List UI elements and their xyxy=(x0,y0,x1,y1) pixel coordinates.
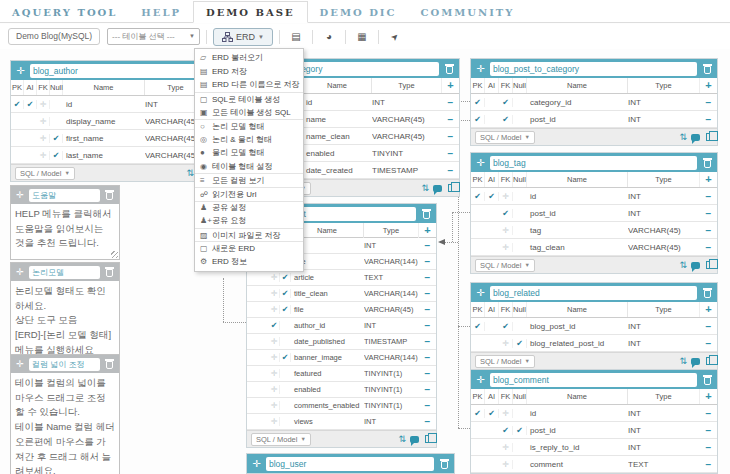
move-icon[interactable]: ✛ xyxy=(473,157,488,168)
fk-flag[interactable]: ✛ xyxy=(499,339,513,348)
menu-item[interactable]: ▢ SQL로 테이블 생성 xyxy=(195,92,303,106)
add-column-button[interactable]: + xyxy=(442,78,459,93)
save-icon[interactable]: ▤ xyxy=(286,28,306,46)
fk-flag[interactable]: ✔ xyxy=(499,115,513,124)
column-name[interactable]: title_clean xyxy=(291,289,364,298)
remove-column-button[interactable]: − xyxy=(419,320,436,331)
column-type[interactable]: VARCHAR(45) xyxy=(628,243,700,252)
remove-column-button[interactable]: − xyxy=(419,400,436,411)
column-type[interactable]: VARCHAR(45) xyxy=(372,115,442,124)
add-column-button[interactable]: + xyxy=(700,302,717,317)
move-icon[interactable]: ✛ xyxy=(473,63,488,74)
fk-flag[interactable]: ✛ xyxy=(499,460,513,469)
column-name[interactable]: comment xyxy=(527,460,628,469)
column-type[interactable]: VARCHAR(144) xyxy=(364,257,419,266)
column-name[interactable]: views xyxy=(291,417,364,426)
remove-column-button[interactable]: − xyxy=(700,408,717,419)
menu-item[interactable]: ♟+ 공유 요청 xyxy=(195,214,303,228)
erd-menu-button[interactable]: ERD ▼ xyxy=(213,28,273,46)
memo-title-input[interactable]: 논리모델 xyxy=(29,266,100,279)
move-icon[interactable]: ✛ xyxy=(13,190,27,200)
remove-column-button[interactable]: − xyxy=(442,131,459,142)
copy-table-icon[interactable] xyxy=(448,184,455,192)
fk-flag[interactable]: ✛ xyxy=(269,369,280,378)
column-type[interactable]: INT xyxy=(628,426,700,435)
column-type[interactable]: VARCHAR(45) xyxy=(364,305,419,314)
comment-icon[interactable] xyxy=(433,185,442,192)
sql-model-button[interactable]: SQL / Model▼ xyxy=(251,433,311,446)
trash-icon[interactable] xyxy=(102,359,117,369)
sort-icon[interactable]: ⇅ xyxy=(421,183,429,193)
remove-column-button[interactable]: − xyxy=(419,272,436,283)
column-name[interactable]: is_reply_to_id xyxy=(527,443,628,452)
trash-icon[interactable] xyxy=(102,267,117,277)
null-flag[interactable]: ✔ xyxy=(280,273,291,282)
menu-item[interactable]: ▤ ERD 다른 이름으로 저장 xyxy=(195,78,303,92)
column-type[interactable]: VARCHAR(144) xyxy=(364,289,419,298)
grid-view-icon[interactable]: ▦ xyxy=(352,28,372,46)
column-type[interactable]: VARCHAR(45) xyxy=(372,132,442,141)
column-name[interactable]: id xyxy=(63,100,145,109)
remove-column-button[interactable]: − xyxy=(419,368,436,379)
column-name[interactable]: first_name xyxy=(63,134,145,143)
fk-flag[interactable]: ✛ xyxy=(269,337,280,346)
column-type[interactable]: INT xyxy=(364,321,419,330)
fk-flag[interactable]: ✛ xyxy=(269,401,280,410)
fk-flag[interactable]: ✔ xyxy=(499,209,513,218)
column-name[interactable]: id xyxy=(527,409,628,418)
null-flag[interactable]: ✔ xyxy=(280,305,291,314)
null-flag[interactable]: ✔ xyxy=(513,339,527,348)
move-icon[interactable]: ✛ xyxy=(13,267,27,277)
menu-item[interactable]: ▱ ERD 불러오기 xyxy=(195,51,303,65)
column-type[interactable]: INT xyxy=(372,98,442,107)
column-name[interactable]: post_id xyxy=(527,209,628,218)
trash-icon[interactable] xyxy=(699,64,715,74)
column-name[interactable]: author_id xyxy=(291,321,364,330)
move-icon[interactable]: ✛ xyxy=(13,359,27,369)
column-name[interactable]: banner_image xyxy=(291,353,364,362)
menu-item[interactable]: ☍ 읽기전용 Url xyxy=(195,187,303,201)
ai-flag[interactable]: ✔ xyxy=(24,100,37,109)
fk-flag[interactable]: ✛ xyxy=(269,273,280,282)
remove-column-button[interactable]: − xyxy=(419,304,436,315)
sql-model-button[interactable]: SQL / Model▼ xyxy=(475,355,535,368)
ai-flag[interactable]: ✔ xyxy=(485,409,499,418)
memo-body[interactable]: HELP 메뉴를 클릭해서 도움말을 읽어보시는 것을 추천 드립니다. xyxy=(11,204,119,259)
menu-item[interactable]: ● 물리 모델 형태 xyxy=(195,146,303,160)
remove-column-button[interactable]: − xyxy=(442,114,459,125)
add-column-button[interactable]: + xyxy=(419,223,436,238)
comment-icon[interactable] xyxy=(410,436,419,443)
remove-column-button[interactable]: − xyxy=(700,321,717,332)
nav-brand[interactable]: AQUERY TOOL xyxy=(0,2,129,22)
column-type[interactable]: TINYINT(1) xyxy=(364,369,419,378)
copy-table-icon[interactable] xyxy=(706,133,713,141)
fk-flag[interactable]: ✛ xyxy=(499,443,513,452)
table-name-input[interactable]: blog_post_to_category xyxy=(490,62,697,76)
sort-icon[interactable]: ⇅ xyxy=(679,356,687,366)
add-column-button[interactable]: + xyxy=(700,389,717,404)
resize-handle[interactable] xyxy=(111,251,118,258)
nav-item-demo-base[interactable]: DEMO BASE xyxy=(193,1,308,23)
pk-flag[interactable]: ✔ xyxy=(471,192,485,201)
column-type[interactable]: INT xyxy=(628,115,700,124)
remove-column-button[interactable]: − xyxy=(442,148,459,159)
fk-flag[interactable]: ✛ xyxy=(269,385,280,394)
fk-flag[interactable]: ✔ xyxy=(499,98,513,107)
pointer-dart-icon[interactable]: ➤ xyxy=(385,28,405,46)
column-type[interactable]: INT xyxy=(628,192,700,201)
column-name[interactable]: article xyxy=(291,273,364,282)
add-column-button[interactable]: + xyxy=(700,78,717,93)
fk-flag[interactable]: ✛ xyxy=(37,117,50,126)
null-flag[interactable]: ✔ xyxy=(50,134,63,143)
pk-flag[interactable]: ✔ xyxy=(471,409,485,418)
trash-icon[interactable] xyxy=(699,288,715,298)
memo-title-input[interactable]: 도움말 xyxy=(29,189,100,202)
column-type[interactable]: INT xyxy=(628,443,700,452)
menu-item[interactable]: ▣ 모든 테이블 생성 SQL xyxy=(195,105,303,119)
sort-icon[interactable]: ⇅ xyxy=(398,434,406,444)
column-name[interactable]: blog_related_post_id xyxy=(527,339,628,348)
move-icon[interactable]: ✛ xyxy=(13,65,28,76)
fk-flag[interactable]: ✔ xyxy=(499,322,513,331)
column-type[interactable]: VARCHAR(144) xyxy=(364,353,419,362)
fk-flag[interactable]: ✛ xyxy=(499,192,513,201)
